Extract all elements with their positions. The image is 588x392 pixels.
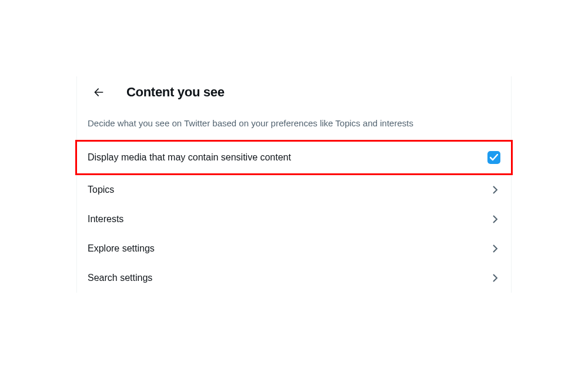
- chevron-right-icon: [490, 185, 500, 195]
- checkmark-icon: [490, 154, 498, 161]
- topics-label: Topics: [88, 185, 114, 195]
- sensitive-content-row[interactable]: Display media that may contain sensitive…: [75, 140, 513, 175]
- settings-panel: Content you see Decide what you see on T…: [76, 76, 512, 293]
- topics-row[interactable]: Topics: [77, 175, 511, 205]
- sensitive-content-checkbox[interactable]: [487, 151, 500, 164]
- sensitive-content-label: Display media that may contain sensitive…: [88, 152, 291, 163]
- interests-label: Interests: [88, 214, 123, 225]
- back-button[interactable]: [89, 82, 109, 102]
- explore-settings-label: Explore settings: [88, 243, 155, 254]
- page-title: Content you see: [126, 85, 225, 100]
- page-description: Decide what you see on Twitter based on …: [77, 110, 511, 140]
- search-settings-label: Search settings: [88, 273, 152, 283]
- chevron-right-icon: [490, 243, 500, 254]
- header: Content you see: [77, 76, 511, 110]
- interests-row[interactable]: Interests: [77, 205, 511, 234]
- chevron-right-icon: [490, 214, 500, 225]
- chevron-right-icon: [490, 273, 500, 283]
- search-settings-row[interactable]: Search settings: [77, 263, 511, 293]
- explore-settings-row[interactable]: Explore settings: [77, 234, 511, 263]
- back-arrow-icon: [93, 86, 105, 98]
